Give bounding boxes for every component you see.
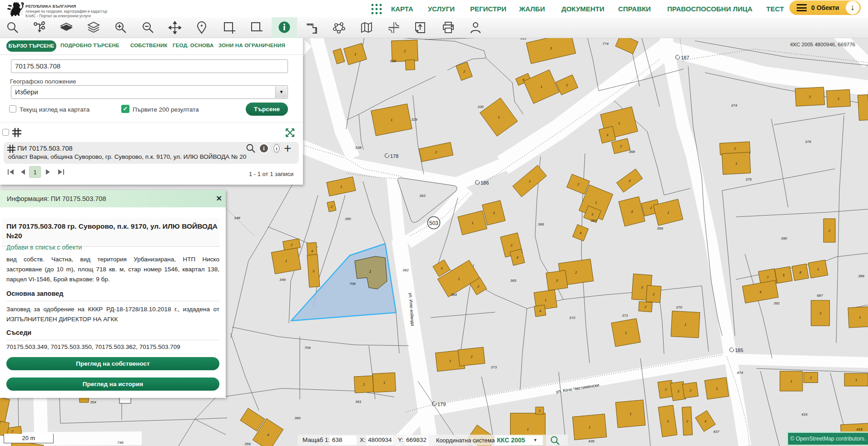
svg-text:2: 2	[808, 95, 811, 99]
svg-text:1: 1	[354, 52, 356, 56]
svg-text:391: 391	[774, 301, 779, 305]
svg-text:348: 348	[234, 216, 240, 220]
svg-text:370: 370	[676, 305, 682, 309]
svg-text:367: 367	[590, 219, 597, 223]
svg-text:185: 185	[735, 348, 743, 353]
svg-text:1: 1	[545, 298, 546, 302]
svg-text:366: 366	[538, 222, 544, 226]
svg-text:4: 4	[267, 433, 269, 437]
svg-text:1: 1	[625, 331, 627, 335]
svg-text:4: 4	[516, 255, 518, 260]
svg-text:1: 1	[855, 378, 857, 382]
svg-text:1: 1	[340, 185, 342, 189]
svg-text:4: 4	[704, 419, 706, 423]
svg-text:1: 1	[684, 323, 686, 327]
svg-text:373: 373	[491, 365, 497, 369]
svg-text:746: 746	[117, 441, 124, 445]
svg-text:350: 350	[345, 217, 351, 221]
svg-text:179: 179	[437, 402, 446, 407]
svg-text:360: 360	[294, 416, 301, 420]
svg-text:349: 349	[279, 278, 286, 282]
svg-text:2: 2	[11, 429, 14, 433]
svg-text:1: 1	[529, 179, 531, 183]
svg-text:ККС 2005 4800946, 669776: ККС 2005 4800946, 669776	[790, 42, 855, 47]
svg-text:4: 4	[539, 309, 541, 313]
svg-text:2: 2	[819, 311, 822, 315]
svg-text:4: 4	[629, 179, 630, 183]
svg-text:709: 709	[304, 346, 311, 350]
svg-text:4: 4	[759, 290, 761, 294]
svg-text:1: 1	[817, 267, 819, 271]
svg-text:1: 1	[498, 115, 500, 119]
svg-text:368: 368	[629, 150, 635, 154]
svg-text:418: 418	[856, 427, 863, 431]
svg-text:330: 330	[477, 105, 484, 109]
svg-text:1: 1	[369, 269, 371, 274]
svg-text:474: 474	[737, 371, 743, 375]
svg-text:1: 1	[618, 121, 620, 125]
svg-text:2: 2	[620, 144, 622, 148]
svg-text:2: 2	[565, 83, 568, 87]
svg-text:1: 1	[589, 425, 590, 429]
svg-text:359: 359	[244, 442, 251, 446]
svg-text:363: 363	[419, 194, 426, 198]
svg-text:1: 1	[667, 211, 669, 215]
svg-text:2: 2	[435, 150, 437, 154]
svg-text:362: 362	[402, 268, 409, 272]
svg-text:1: 1	[285, 259, 287, 263]
svg-text:389: 389	[858, 274, 864, 278]
svg-text:2: 2	[650, 206, 652, 210]
svg-text:4: 4	[311, 249, 313, 253]
svg-text:371: 371	[622, 314, 628, 318]
svg-text:1: 1	[383, 381, 385, 385]
svg-text:1: 1	[716, 387, 718, 391]
svg-text:436: 436	[588, 439, 595, 443]
svg-text:365: 365	[510, 279, 516, 283]
svg-text:1: 1	[458, 277, 460, 281]
svg-text:376: 376	[805, 140, 811, 144]
svg-text:2: 2	[689, 388, 692, 392]
svg-text:503: 503	[429, 220, 438, 226]
svg-text:538: 538	[355, 146, 362, 150]
svg-text:374: 374	[731, 103, 737, 108]
svg-text:437: 437	[713, 430, 719, 434]
svg-text:1: 1	[541, 85, 542, 89]
svg-text:2: 2	[652, 292, 655, 296]
svg-text:2: 2	[575, 270, 577, 274]
svg-text:4: 4	[522, 78, 524, 82]
svg-text:2: 2	[290, 243, 293, 247]
svg-text:416: 416	[801, 412, 808, 417]
svg-text:2: 2	[686, 419, 689, 423]
svg-text:1: 1	[471, 221, 473, 225]
svg-text:372: 372	[569, 316, 575, 320]
svg-text:687: 687	[817, 294, 823, 298]
svg-text:1: 1	[630, 412, 631, 416]
svg-text:2: 2	[828, 229, 831, 233]
svg-text:364: 364	[451, 293, 457, 297]
svg-text:2: 2	[330, 205, 333, 209]
svg-text:2: 2	[809, 376, 812, 380]
svg-text:2: 2	[470, 355, 473, 359]
svg-text:369: 369	[657, 226, 663, 230]
svg-text:2: 2	[510, 243, 513, 247]
svg-text:178: 178	[390, 153, 398, 159]
svg-text:1: 1	[595, 201, 597, 205]
svg-text:2: 2	[538, 409, 541, 413]
svg-text:375: 375	[745, 177, 752, 181]
svg-text:2: 2	[734, 147, 736, 151]
svg-text:1: 1	[735, 162, 737, 166]
svg-text:390: 390	[781, 236, 787, 240]
svg-text:708: 708	[349, 282, 356, 286]
svg-text:2: 2	[665, 387, 667, 392]
svg-text:187: 187	[681, 55, 689, 60]
svg-text:361: 361	[355, 400, 361, 404]
svg-text:2: 2	[362, 382, 365, 387]
svg-text:774: 774	[602, 42, 609, 46]
svg-text:2: 2	[577, 182, 580, 186]
svg-text:354: 354	[90, 400, 96, 404]
svg-text:2: 2	[477, 284, 480, 289]
svg-text:1: 1	[449, 359, 451, 363]
svg-text:1: 1	[790, 379, 792, 383]
svg-text:1: 1	[391, 118, 392, 122]
svg-text:2: 2	[403, 49, 406, 53]
